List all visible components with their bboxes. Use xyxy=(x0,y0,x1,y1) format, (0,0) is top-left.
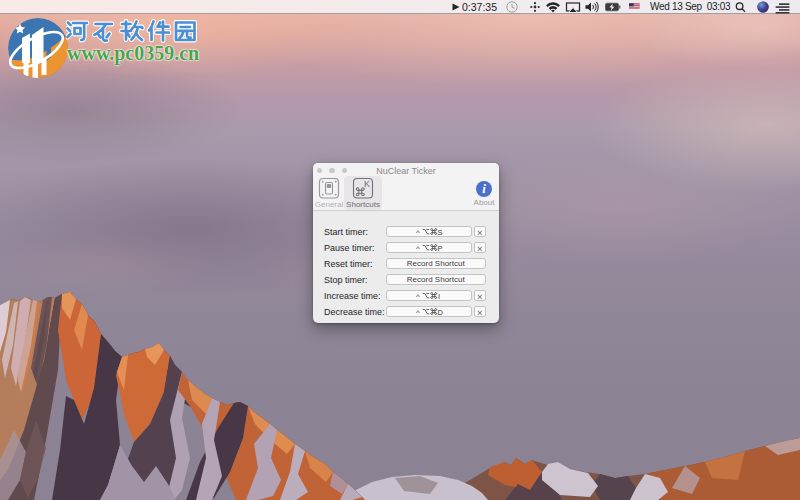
svg-text:^: ^ xyxy=(416,308,420,316)
svg-text:K: K xyxy=(364,179,370,189)
svg-text:^: ^ xyxy=(416,292,420,300)
svg-text:D: D xyxy=(438,308,444,317)
svg-text:^: ^ xyxy=(416,228,420,236)
svg-text:I: I xyxy=(438,292,440,301)
svg-text:^: ^ xyxy=(416,244,420,252)
svg-text:P: P xyxy=(438,244,443,253)
svg-text:S: S xyxy=(438,228,443,237)
